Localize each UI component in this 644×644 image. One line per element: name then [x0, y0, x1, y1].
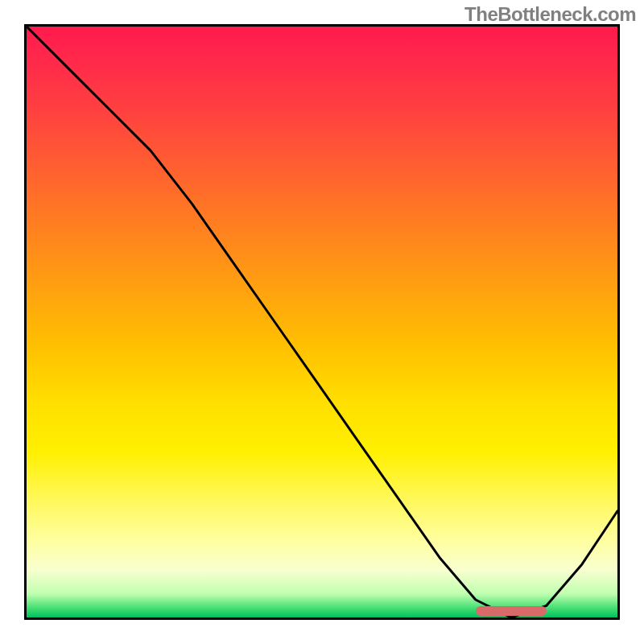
bottleneck-curve: [27, 27, 617, 617]
curve-path: [27, 27, 617, 617]
plot-area: [24, 24, 620, 620]
chart-container: TheBottleneck.com: [0, 0, 644, 644]
optimal-region-mark: [476, 606, 547, 616]
attribution-text: TheBottleneck.com: [464, 3, 636, 26]
